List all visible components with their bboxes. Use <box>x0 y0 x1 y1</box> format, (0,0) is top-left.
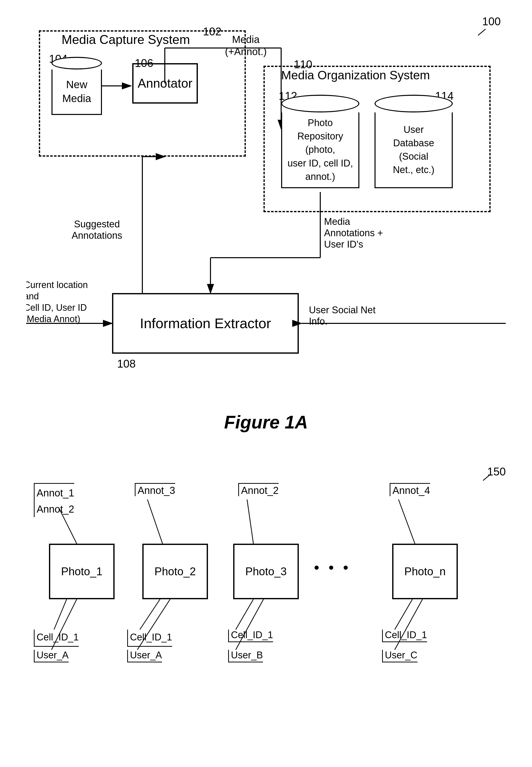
svg-line-34 <box>137 599 170 650</box>
svg-text:Annotations: Annotations <box>72 230 122 241</box>
svg-line-28 <box>147 499 163 544</box>
svg-line-30 <box>398 499 415 544</box>
new-media-cylinder: New Media <box>51 56 102 116</box>
photo-repo-cylinder: PhotoRepository(photo,user ID, cell ID,a… <box>281 93 359 189</box>
svg-line-37 <box>395 599 412 630</box>
new-media-label: New Media <box>52 78 101 105</box>
svg-text:Suggested: Suggested <box>74 219 120 230</box>
svg-text:Info.: Info. <box>309 316 328 327</box>
svg-line-36 <box>236 599 263 650</box>
ref-106: 106 <box>135 57 153 69</box>
ref-110: 110 <box>294 58 312 71</box>
svg-line-35 <box>236 599 253 630</box>
user-db-cylinder: UserDatabase(SocialNet., etc.) <box>375 93 453 189</box>
svg-line-26 <box>478 29 486 35</box>
figure-1b-arrows <box>26 458 506 710</box>
svg-line-38 <box>395 599 422 650</box>
ref-100: 100 <box>482 15 501 28</box>
svg-line-29 <box>247 499 253 544</box>
svg-text:(Media Annot): (Media Annot) <box>26 314 80 324</box>
svg-line-31 <box>54 599 67 630</box>
svg-text:Annotations +: Annotations + <box>324 228 383 238</box>
svg-text:Media: Media <box>324 216 350 227</box>
figure-1a: 100 Media Capture System 102 New Media 1… <box>26 15 506 432</box>
photo-repo-label: PhotoRepository(photo,user ID, cell ID,a… <box>287 116 353 183</box>
svg-line-32 <box>51 599 77 650</box>
ref-102: 102 <box>203 25 221 38</box>
svg-line-39 <box>483 474 491 480</box>
user-db-label: UserDatabase(SocialNet., etc.) <box>393 123 435 177</box>
svg-text:User Social Net: User Social Net <box>309 305 376 315</box>
svg-line-33 <box>140 599 160 630</box>
svg-text:User ID's: User ID's <box>324 239 363 250</box>
svg-text:Cell ID, User ID: Cell ID, User ID <box>26 302 87 313</box>
ref-108: 108 <box>117 358 136 370</box>
svg-text:and: and <box>26 291 39 301</box>
svg-text:Current location: Current location <box>26 280 88 290</box>
figure-1b: 150 Photo_1 Photo_2 Photo_3 • • • Photo_… <box>26 458 506 761</box>
info-extractor-box: Information Extractor <box>112 293 299 354</box>
media-capture-system-label: Media Capture System <box>59 32 193 47</box>
svg-line-27 <box>59 508 77 544</box>
